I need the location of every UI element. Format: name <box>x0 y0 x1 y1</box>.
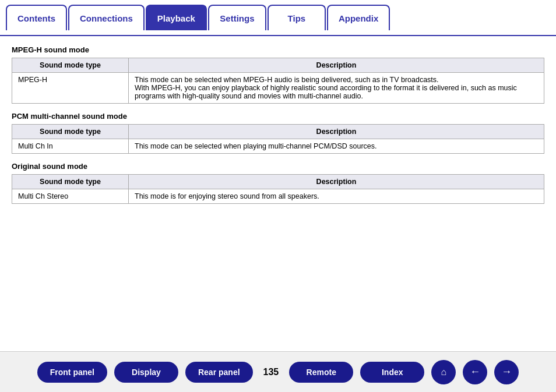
sound-mode-type: MPEG-H <box>12 73 129 104</box>
section-title-mpeg-h: MPEG-H sound mode <box>12 45 544 54</box>
column-header: Description <box>129 175 544 189</box>
main-content: MPEG-H sound modeSound mode typeDescript… <box>0 36 556 351</box>
tab-contents[interactable]: Contents <box>6 5 67 30</box>
section-title-original: Original sound mode <box>12 162 544 171</box>
table-mpeg-h: Sound mode typeDescriptionMPEG-HThis mod… <box>12 58 544 104</box>
section-title-pcm-multi: PCM multi-channel sound mode <box>12 112 544 121</box>
front-panel-button[interactable]: Front panel <box>37 362 107 383</box>
home-button[interactable]: ⌂ <box>431 360 456 384</box>
index-button[interactable]: Index <box>360 362 424 383</box>
rear-panel-button[interactable]: Rear panel <box>185 362 253 383</box>
table-row: MPEG-HThis mode can be selected when MPE… <box>12 73 544 104</box>
column-header: Description <box>129 125 544 139</box>
top-navigation: ContentsConnectionsPlaybackSettingsTipsA… <box>0 0 556 36</box>
back-button[interactable]: ← <box>463 360 487 384</box>
table-row: Multi Ch InThis mode can be selected whe… <box>12 139 544 154</box>
tab-settings[interactable]: Settings <box>208 5 266 30</box>
sound-mode-type: Multi Ch Stereo <box>12 189 129 204</box>
column-header: Sound mode type <box>12 58 129 73</box>
column-header: Sound mode type <box>12 125 129 139</box>
tab-connections[interactable]: Connections <box>68 5 145 30</box>
sound-mode-type: Multi Ch In <box>12 139 129 154</box>
description: This mode is for enjoying stereo sound f… <box>129 189 544 204</box>
column-header: Sound mode type <box>12 175 129 189</box>
tab-appendix[interactable]: Appendix <box>327 5 390 30</box>
forward-button[interactable]: → <box>494 360 519 384</box>
table-pcm-multi: Sound mode typeDescriptionMulti Ch InThi… <box>12 124 544 154</box>
footer: Front panelDisplayRear panel135RemoteInd… <box>0 351 556 392</box>
table-row: Multi Ch StereoThis mode is for enjoying… <box>12 189 544 204</box>
description: This mode can be selected when MPEG-H au… <box>129 73 544 104</box>
column-header: Description <box>129 58 544 73</box>
remote-button[interactable]: Remote <box>289 362 353 383</box>
table-original: Sound mode typeDescriptionMulti Ch Stere… <box>12 174 544 204</box>
tab-playback[interactable]: Playback <box>146 5 207 30</box>
page-number: 135 <box>263 367 279 377</box>
description: This mode can be selected when playing m… <box>129 139 544 154</box>
tab-tips[interactable]: Tips <box>268 5 326 30</box>
display-button[interactable]: Display <box>114 362 178 383</box>
